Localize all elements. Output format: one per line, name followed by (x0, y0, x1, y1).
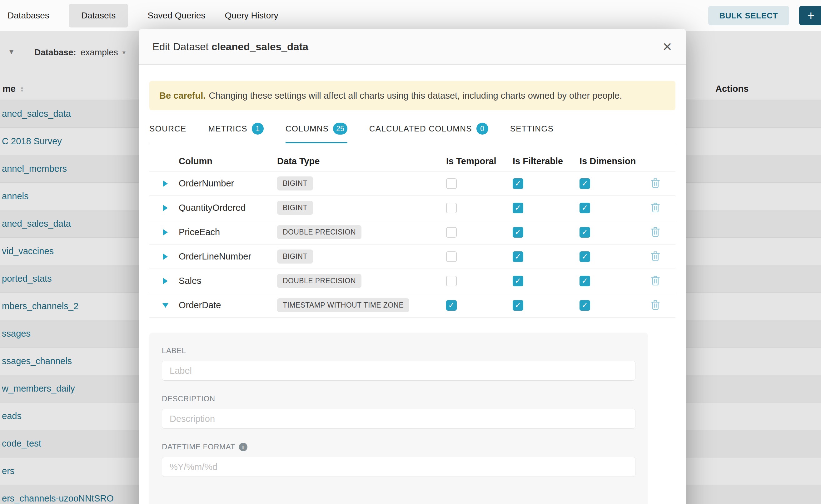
column-name: OrderNumber (179, 178, 277, 189)
label-field-label: LABEL (162, 346, 636, 355)
is-filterable-checkbox[interactable]: ✓ (513, 251, 523, 262)
calculated-columns-count-badge: 0 (477, 123, 488, 135)
column-row: OrderNumber BIGINT ✓ ✓ ✓ (149, 171, 675, 196)
nav-item-query-history[interactable]: Query History (225, 11, 278, 21)
modal-header: Edit Dataset cleaned_sales_data ✕ (139, 29, 686, 65)
warning-bold: Be careful. (159, 91, 205, 101)
is-filterable-checkbox[interactable]: ✓ (513, 227, 523, 238)
close-icon[interactable]: ✕ (662, 41, 672, 53)
is-dimension-checkbox[interactable]: ✓ (580, 178, 590, 189)
trash-icon[interactable] (651, 299, 660, 311)
is-temporal-checkbox[interactable]: ✓ (446, 203, 457, 213)
data-type-pill: DOUBLE PRECISION (277, 225, 361, 239)
label-input[interactable] (162, 361, 636, 381)
edit-dataset-modal: Edit Dataset cleaned_sales_data ✕ Be car… (139, 29, 686, 504)
is-filterable-checkbox[interactable]: ✓ (513, 178, 523, 189)
description-field-label: DESCRIPTION (162, 394, 636, 403)
top-nav: Databases Datasets Saved Queries Query H… (0, 0, 821, 31)
header-column: Column (179, 156, 277, 166)
header-is-filterable: Is Filterable (513, 156, 580, 166)
nav-item-datasets[interactable]: Datasets (69, 4, 128, 27)
columns-table: Column Data Type Is Temporal Is Filterab… (149, 151, 675, 318)
data-type-pill: TIMESTAMP WITHOUT TIME ZONE (277, 298, 409, 312)
is-filterable-checkbox[interactable]: ✓ (513, 276, 523, 286)
trash-icon[interactable] (651, 251, 660, 262)
expand-caret-icon[interactable] (163, 180, 168, 187)
column-row: OrderLineNumber BIGINT ✓ ✓ ✓ (149, 245, 675, 269)
expand-caret-icon[interactable] (163, 254, 168, 260)
is-dimension-checkbox[interactable]: ✓ (580, 227, 590, 238)
modal-body: Be careful. Changing these settings will… (139, 65, 686, 504)
is-temporal-checkbox[interactable]: ✓ (446, 276, 457, 286)
expand-caret-icon[interactable] (163, 229, 168, 235)
datetime-format-input[interactable] (162, 457, 636, 477)
trash-icon[interactable] (651, 202, 660, 214)
datetime-format-field-label: DATETIME FORMAT i (162, 442, 636, 451)
is-dimension-checkbox[interactable]: ✓ (580, 276, 590, 286)
column-detail-panel: LABEL DESCRIPTION DATETIME FORMAT i (149, 333, 648, 504)
is-temporal-checkbox[interactable]: ✓ (446, 251, 457, 262)
modal-tabs: SOURCE METRICS 1 COLUMNS 25 CALCULATED C… (149, 123, 675, 143)
nav-tabs: Databases Datasets Saved Queries Query H… (7, 4, 278, 27)
column-row: QuantityOrdered BIGINT ✓ ✓ ✓ (149, 196, 675, 220)
screen: Databases Datasets Saved Queries Query H… (0, 0, 821, 504)
expand-caret-icon[interactable] (163, 278, 168, 284)
datetime-format-field: DATETIME FORMAT i (162, 442, 636, 477)
warning-banner: Be careful. Changing these settings will… (149, 81, 675, 110)
data-type-pill: BIGINT (277, 176, 313, 190)
is-temporal-checkbox[interactable]: ✓ (446, 300, 457, 311)
header-is-temporal: Is Temporal (446, 156, 513, 166)
trash-icon[interactable] (651, 178, 660, 189)
tab-columns[interactable]: COLUMNS 25 (285, 123, 347, 143)
plus-icon: + (807, 9, 814, 23)
nav-item-saved-queries[interactable]: Saved Queries (147, 11, 205, 21)
is-dimension-checkbox[interactable]: ✓ (580, 251, 590, 262)
bulk-select-button[interactable]: BULK SELECT (708, 6, 789, 25)
expand-caret-icon[interactable] (163, 205, 168, 211)
modal-title: Edit Dataset cleaned_sales_data (152, 41, 308, 53)
trash-icon[interactable] (651, 275, 660, 287)
is-filterable-checkbox[interactable]: ✓ (513, 300, 523, 311)
column-name: PriceEach (179, 227, 277, 237)
columns-count-badge: 25 (333, 123, 347, 135)
column-row-expanded: OrderDate TIMESTAMP WITHOUT TIME ZONE ✓ … (149, 293, 675, 318)
is-filterable-checkbox[interactable]: ✓ (513, 203, 523, 213)
is-temporal-checkbox[interactable]: ✓ (446, 227, 457, 238)
trash-icon[interactable] (651, 226, 660, 238)
dataset-name: cleaned_sales_data (211, 41, 308, 52)
is-dimension-checkbox[interactable]: ✓ (580, 300, 590, 311)
info-icon[interactable]: i (239, 443, 247, 451)
data-type-pill: DOUBLE PRECISION (277, 274, 361, 288)
data-type-pill: BIGINT (277, 250, 313, 264)
column-name: Sales (179, 276, 277, 286)
collapse-caret-icon[interactable] (162, 303, 169, 308)
nav-item-databases[interactable]: Databases (7, 11, 49, 21)
header-is-dimension: Is Dimension (580, 156, 651, 166)
tab-calculated-columns[interactable]: CALCULATED COLUMNS 0 (369, 123, 488, 143)
is-temporal-checkbox[interactable]: ✓ (446, 178, 457, 189)
warning-text: Changing these settings will affect all … (209, 91, 622, 101)
header-data-type: Data Type (277, 156, 446, 166)
metrics-count-badge: 1 (252, 123, 264, 135)
column-row: PriceEach DOUBLE PRECISION ✓ ✓ ✓ (149, 220, 675, 245)
column-name: QuantityOrdered (179, 203, 277, 213)
tab-metrics[interactable]: METRICS 1 (208, 123, 263, 143)
columns-table-header: Column Data Type Is Temporal Is Filterab… (149, 151, 675, 171)
data-type-pill: BIGINT (277, 201, 313, 215)
add-dataset-button[interactable]: + (799, 6, 821, 25)
tab-settings[interactable]: SETTINGS (510, 123, 554, 143)
label-field: LABEL (162, 346, 636, 381)
tab-source[interactable]: SOURCE (149, 123, 186, 143)
column-row: Sales DOUBLE PRECISION ✓ ✓ ✓ (149, 269, 675, 293)
column-name: OrderLineNumber (179, 251, 277, 262)
description-input[interactable] (162, 409, 636, 429)
is-dimension-checkbox[interactable]: ✓ (580, 203, 590, 213)
column-name: OrderDate (179, 300, 277, 310)
description-field: DESCRIPTION (162, 394, 636, 429)
